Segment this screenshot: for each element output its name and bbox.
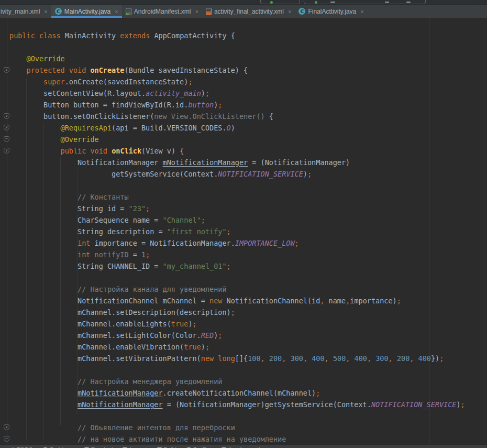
tab-close-icon[interactable]: × [288,8,291,15]
tool-window-button-app-inspection[interactable]: App Inspection [222,445,267,448]
code-line[interactable]: // Настройка канала для уведомлений [9,283,465,295]
code-line[interactable]: super.onCreate(savedInstanceState); [9,76,465,88]
tool-window-button-problems[interactable]: Problems [43,445,74,448]
code-token: button.setOnClickListener( [43,112,154,121]
tool-window-button-build[interactable]: Build [157,445,176,448]
tool-window-button-profiler[interactable]: Profiler [186,445,212,448]
code-line[interactable] [9,364,465,376]
code-line[interactable]: mNotificationManager.createNotificationC… [9,387,465,399]
fold-marker-icon[interactable]: ∨ [4,125,9,130]
code-token: ; [231,308,235,316]
code-token: ; [188,78,192,86]
tab-close-icon[interactable]: × [115,8,118,15]
tab-mainactivity-java[interactable]: CMainActivity.java× [51,5,122,18]
tab-close-icon[interactable]: × [360,8,363,15]
code-token: = (NotificationManager)getSystemService(… [163,400,371,409]
code-token: NotificationChannel mChannel = [78,297,209,305]
code-token: long [218,354,235,363]
fold-marker-icon[interactable]: − [4,136,9,142]
run-configuration-widget[interactable] [260,0,300,4]
code-token: ; [205,89,209,97]
code-line[interactable] [9,180,465,191]
tab-activity-final-acttivity-xml[interactable]: activity_final_acttivity.xml× [202,5,295,18]
code-line[interactable]: public void onClick(View v) { [9,145,465,157]
code-line[interactable]: NotificationChannel mChannel = new Notif… [9,295,465,307]
tab-close-icon[interactable]: × [195,8,198,15]
code-token: ; [218,101,222,109]
code-line[interactable]: String CHANNEL_ID = "my_channel_01"; [9,260,465,272]
code-token: ; [316,389,320,397]
code-line[interactable]: @Override [9,134,465,145]
code-token: NOTIFICATION_SERVICE [218,170,303,178]
code-token: 300 [291,354,303,363]
code-token: mNotificationManager [163,158,248,167]
code-line[interactable] [9,272,465,283]
code-line[interactable]: public class MainActivity extends AppCom… [9,30,465,41]
code-token: (api = Build.VERSION_CODES. [112,124,226,132]
code-line[interactable]: getSystemService(Context.NOTIFICATION_SE… [9,168,465,180]
code-editor[interactable]: public class MainActivity extends AppCom… [0,18,487,444]
fold-marker-icon[interactable]: ∨ [4,424,9,430]
code-line[interactable]: mChannel.enableVibration(true); [9,341,465,353]
code-line[interactable]: setContentView(R.layout.activity_main); [9,88,465,99]
code-line[interactable]: NotificationManager mNotificationManager… [9,157,465,168]
code-token: void [69,66,86,74]
code-token [35,31,39,40]
code-line[interactable]: String id = "23"; [9,203,465,214]
fold-marker-icon[interactable]: ∨ [4,67,9,73]
code-token: mChannel.enableLights( [78,320,171,328]
code-line[interactable]: protected void onCreate(Bundle savedInst… [9,64,465,76]
code-line[interactable]: String description = "first notify"; [9,226,465,237]
code-token: mChannel.setVibrationPattern( [78,354,201,363]
code-line[interactable]: mNotificationManager = (NotificationMana… [9,399,465,410]
fold-marker-icon[interactable]: − [4,436,9,442]
code-token [265,354,269,363]
fold-marker-icon[interactable]: ∨ [4,113,9,119]
code-token: , [261,354,265,363]
code-line[interactable] [9,41,465,53]
tab-label: AndroidManifest.xml [134,8,191,15]
code-line[interactable]: @Override [9,53,465,64]
code-token [286,354,290,363]
code-line[interactable]: mChannel.setLightColor(Color.RED); [9,330,465,341]
code-line[interactable]: button.setOnClickListener(new View.OnCli… [9,111,465,122]
tab-androidmanifest-xml[interactable]: MFAndroidManifest.xml× [122,5,202,18]
code-token: setContentView(R.layout. [43,89,146,97]
code-line[interactable]: int importance = NotificationManager.IMP… [9,237,465,249]
code-line[interactable]: int notifyID = 1; [9,249,465,260]
code-token: mChannel.enableVibration( [78,343,184,351]
fold-marker-icon[interactable]: ∨ [4,148,9,154]
code-token: ; [461,400,465,409]
code-line[interactable]: CharSequence name = "Channel"; [9,214,465,226]
tool-window-button-todo[interactable]: ≡TODO [12,445,33,448]
tab-close-icon[interactable]: × [44,8,47,15]
tool-window-button-terminal[interactable]: Terminal [84,445,113,448]
code-token: // Настройка менеджера уведомлений [78,377,222,386]
code-line[interactable] [9,410,465,422]
code-line[interactable]: // Настройка менеджера уведомлений [9,376,465,387]
code-line[interactable]: @RequiresApi(api = Build.VERSION_CODES.O… [9,122,465,134]
gutter-separator [7,18,7,444]
editor-tab-bar: ivity_main.xml×CMainActivity.java×MFAndr… [0,5,487,18]
code-token: 300 [375,354,388,363]
code-line[interactable]: // Обьявление интентов для переброски [9,422,465,433]
code-token: int [78,250,90,259]
code-line[interactable]: mChannel.setDescription(description); [9,307,465,318]
code-line[interactable]: // Константы [9,191,465,203]
code-line[interactable]: // на новое активити после нажатия на ув… [9,433,465,444]
code-line[interactable]: mChannel.enableLights(true); [9,318,465,330]
code-token: 400 [418,354,431,363]
tab-finalacttivity-java[interactable]: CFinalActtivity.java× [295,5,367,18]
code-line[interactable]: mChannel.setVibrationPattern(new long[]{… [9,353,465,364]
toolbar-glyph [330,2,335,3]
code-token: String description = [78,227,167,236]
code-token: = (NotificationManager) [248,158,350,167]
tab-ivity-main-xml[interactable]: ivity_main.xml× [0,5,51,18]
code-token: // Настройка канала для уведомлений [78,285,226,293]
code-line[interactable]: Button button = findViewById(R.id.button… [9,99,465,111]
code-token: mChannel.setDescription(description) [78,308,231,316]
tab-label: activity_final_acttivity.xml [214,8,284,15]
tab-label: FinalActtivity.java [308,8,356,15]
code-token: 500 [333,354,346,363]
tool-window-button-logcat[interactable]: Logcat [123,445,147,448]
